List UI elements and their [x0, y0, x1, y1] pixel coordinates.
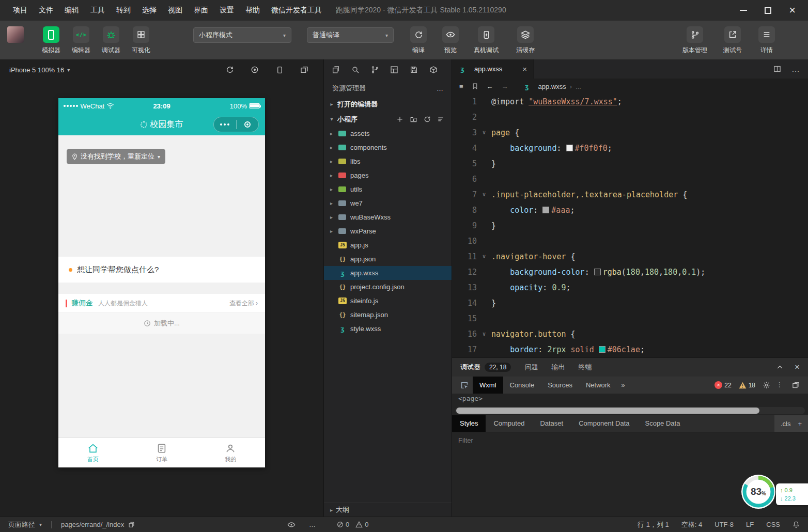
clear-cache-button[interactable]: 清缓存 [509, 26, 541, 55]
devtools-tab-Network[interactable]: Network [579, 377, 617, 394]
menubar-item[interactable]: 文件 [33, 6, 59, 15]
tab-home[interactable]: 首页 [58, 438, 127, 467]
tree-item-pages[interactable]: ▸pages [324, 168, 452, 182]
project-root-section[interactable]: ▾ 小程序 [324, 112, 452, 127]
status-item[interactable]: LF [746, 521, 754, 528]
back-icon[interactable]: ← [487, 83, 493, 90]
settings-gear-icon[interactable] [763, 381, 770, 389]
refresh-icon[interactable] [225, 65, 235, 74]
menubar-item[interactable]: 设置 [214, 6, 240, 15]
split-editor-icon[interactable] [773, 65, 781, 73]
styles-filter-input[interactable]: Filter [452, 432, 808, 448]
inspect-element-icon[interactable] [460, 381, 469, 389]
debugger-toggle-button[interactable]: 调试器 [96, 26, 126, 55]
popout-icon[interactable] [300, 65, 309, 74]
tree-item-project.config.json[interactable]: {}project.config.json [324, 280, 452, 294]
tree-item-app.wxss[interactable]: ʒapp.wxss [324, 266, 452, 280]
menubar-item[interactable]: 微信开发者工具 [266, 6, 328, 15]
view-all-link[interactable]: 查看全部› [229, 299, 258, 308]
close-miniprogram-button[interactable] [237, 121, 259, 128]
page-path-value[interactable]: pages/errand/_/index [61, 521, 124, 528]
close-panel-icon[interactable]: × [795, 362, 800, 372]
tree-item-sitemap.json[interactable]: {}sitemap.json [324, 308, 452, 322]
maximize-button[interactable] [765, 7, 771, 14]
close-button[interactable]: × [789, 5, 796, 16]
device-selector[interactable]: iPhone 5 100% 16 [9, 66, 64, 74]
popout-devtools-icon[interactable] [792, 381, 800, 389]
details-button[interactable]: 详情 [754, 26, 779, 55]
new-file-icon[interactable] [396, 116, 403, 123]
tree-item-siteinfo.js[interactable]: JSsiteinfo.js [324, 294, 452, 308]
avatar[interactable] [7, 26, 24, 43]
status-item[interactable]: UTF-8 [714, 521, 734, 528]
performance-gauge[interactable]: 83% [741, 474, 776, 509]
open-editors-section[interactable]: ▸ 打开的编辑器 [324, 97, 452, 112]
preview-button[interactable]: 预览 [438, 26, 463, 55]
inspector-tab-Computed[interactable]: Computed [486, 415, 532, 432]
preview-eye-icon[interactable] [287, 517, 296, 532]
warning-count[interactable]: 18 [739, 382, 755, 389]
test-account-button[interactable]: 测试号 [720, 26, 745, 55]
device-debug-button[interactable]: 真机调试 [470, 26, 502, 55]
forward-icon[interactable]: → [502, 83, 508, 90]
menubar-item[interactable]: 界面 [188, 6, 214, 15]
error-count[interactable]: × 22 [714, 381, 731, 389]
editor-tab-app-wxss[interactable]: ʒ app.wxss × [452, 59, 534, 79]
menubar-item[interactable]: 帮助 [240, 6, 266, 15]
tree-item-utils[interactable]: ▸utils [324, 182, 452, 196]
source-control-icon[interactable] [370, 65, 380, 74]
panel-tab-问题[interactable]: 问题 [524, 363, 538, 372]
chevron-down-icon[interactable]: ▾ [67, 67, 70, 73]
prompt-row[interactable]: 想让同学帮您做点什么? [58, 257, 265, 283]
inspector-tab-Dataset[interactable]: Dataset [532, 415, 571, 432]
panel-tab-输出[interactable]: 输出 [551, 363, 565, 372]
chevron-down-icon[interactable]: ▾ [39, 522, 42, 527]
menubar-item[interactable]: 工具 [85, 6, 111, 15]
inspector-tab-Scope-Data[interactable]: Scope Data [637, 415, 688, 432]
menubar-item[interactable]: 选择 [136, 6, 162, 15]
more-actions-icon[interactable]: … [309, 517, 316, 532]
outline-section[interactable]: ▸ 大纲 [324, 503, 452, 517]
notifications-bell-icon[interactable] [793, 521, 800, 528]
tree-item-assets[interactable]: ▸assets [324, 127, 452, 140]
tree-item-style.wxss[interactable]: ʒstyle.wxss [324, 322, 452, 336]
relocate-button[interactable]: 没有找到学校，重新定位 ▾ [67, 149, 165, 164]
collapse-panel-icon[interactable] [776, 364, 783, 371]
status-item[interactable]: 空格: 4 [681, 520, 702, 529]
visualization-toggle-button[interactable]: 可视化 [126, 26, 156, 55]
version-control-button[interactable]: 版本管理 [679, 26, 711, 55]
code-editor[interactable]: 1@import "wuBaseWxss/7.wxss";23∨page {4 … [452, 94, 808, 357]
tree-item-wuBaseWxss[interactable]: ▸wuBaseWxss [324, 210, 452, 224]
tree-item-libs[interactable]: ▸libs [324, 154, 452, 168]
page-path-label[interactable]: 页面路径 [8, 520, 35, 529]
fold-icon[interactable]: ∨ [477, 326, 491, 342]
compile-mode-select[interactable]: 普通编译▾ [307, 27, 394, 43]
fold-icon[interactable]: ∨ [477, 125, 491, 140]
more-tabs-icon[interactable]: » [617, 381, 629, 389]
save-icon[interactable] [409, 65, 418, 74]
menubar-item[interactable]: 视图 [162, 6, 188, 15]
more-actions-icon[interactable]: … [791, 65, 800, 74]
horizontal-scrollbar[interactable] [455, 407, 805, 414]
cls-toggle[interactable]: .cls [781, 420, 791, 428]
tree-item-app.json[interactable]: {}app.json [324, 252, 452, 266]
device-icon[interactable] [275, 65, 284, 74]
search-icon[interactable] [351, 65, 360, 74]
devtools-tab-Console[interactable]: Console [503, 377, 541, 394]
outline-list-icon[interactable]: ≡ [459, 83, 463, 90]
minimize-button[interactable] [740, 10, 747, 11]
tree-item-we7[interactable]: ▸we7 [324, 196, 452, 210]
panel-tab-调试器[interactable]: 调试器22, 18 [460, 363, 511, 372]
status-item[interactable]: CSS [766, 521, 780, 528]
fold-icon[interactable]: ∨ [477, 187, 491, 202]
copy-path-icon[interactable] [128, 521, 135, 528]
files-icon[interactable] [331, 65, 340, 74]
menubar-item[interactable]: 项目 [7, 6, 33, 15]
kebab-menu-icon[interactable]: … [778, 382, 785, 389]
tree-item-app.js[interactable]: JSapp.js [324, 238, 452, 252]
close-tab-icon[interactable]: × [522, 65, 527, 73]
menubar-item[interactable]: 编辑 [59, 6, 85, 15]
compile-button[interactable]: 编译 [406, 26, 431, 55]
problems-indicator[interactable]: 0 0 [337, 517, 368, 532]
panel-tab-终端[interactable]: 终端 [578, 363, 592, 372]
